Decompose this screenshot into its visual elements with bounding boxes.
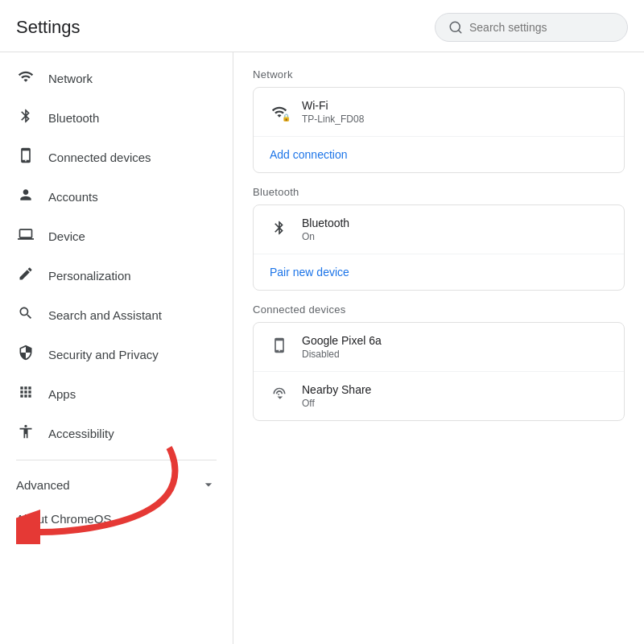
sidebar-item-bluetooth[interactable]: Bluetooth xyxy=(0,98,226,138)
sidebar: Network Bluetooth Connected devices Acco… xyxy=(0,52,233,644)
sidebar-security-label: Security and Privacy xyxy=(48,348,159,361)
bluetooth-item-title: Bluetooth xyxy=(302,217,608,229)
connected-devices-section-title: Connected devices xyxy=(253,303,625,316)
sidebar-item-accessibility[interactable]: Accessibility xyxy=(0,414,226,453)
chevron-down-icon xyxy=(200,477,217,493)
sidebar-network-label: Network xyxy=(48,72,93,85)
sidebar-item-accounts[interactable]: Accounts xyxy=(0,177,226,217)
apps-icon xyxy=(16,384,35,404)
shield-icon xyxy=(16,345,35,365)
about-label: About ChromeOS xyxy=(16,512,111,526)
sidebar-item-security-and-privacy[interactable]: Security and Privacy xyxy=(0,335,226,374)
bluetooth-icon xyxy=(16,108,35,128)
main-layout: Network Bluetooth Connected devices Acco… xyxy=(0,52,644,644)
search-input[interactable] xyxy=(469,21,614,34)
network-card: 🔒 Wi-Fi TP-Link_FD08 Add connection xyxy=(253,87,625,173)
person-icon xyxy=(16,187,35,207)
sidebar-advanced[interactable]: Advanced xyxy=(0,467,233,502)
sidebar-personalization-label: Personalization xyxy=(48,269,131,283)
wifi-title: Wi-Fi xyxy=(302,99,608,112)
sidebar-search-label: Search and Assistant xyxy=(48,308,162,322)
bluetooth-item-subtitle: On xyxy=(302,231,608,242)
add-connection-link[interactable]: Add connection xyxy=(254,137,624,172)
sidebar-item-network[interactable]: Network xyxy=(0,59,226,98)
bluetooth-item[interactable]: Bluetooth On xyxy=(254,205,624,254)
wifi-subtitle: TP-Link_FD08 xyxy=(302,114,608,125)
sidebar-item-personalization[interactable]: Personalization xyxy=(0,256,226,295)
google-pixel-title: Google Pixel 6a xyxy=(302,334,608,347)
sidebar-apps-label: Apps xyxy=(48,387,76,401)
sidebar-device-label: Device xyxy=(48,229,85,243)
nearby-share-subtitle: Off xyxy=(302,398,608,409)
page-title: Settings xyxy=(16,17,80,38)
pair-new-device-link[interactable]: Pair new device xyxy=(254,254,624,290)
sidebar-item-search-and-assistant[interactable]: Search and Assistant xyxy=(0,295,226,335)
sidebar-divider xyxy=(16,460,217,460)
network-section-title: Network xyxy=(253,68,625,80)
wifi-with-lock-icon: 🔒 xyxy=(270,102,289,122)
google-pixel-subtitle: Disabled xyxy=(302,349,608,360)
phone-icon xyxy=(270,337,289,357)
nearby-share-title: Nearby Share xyxy=(302,383,608,396)
wifi-icon xyxy=(16,68,35,89)
bluetooth-item-icon xyxy=(270,220,289,240)
sidebar-accessibility-label: Accessibility xyxy=(48,427,114,440)
bluetooth-section-title: Bluetooth xyxy=(253,186,625,198)
google-pixel-text: Google Pixel 6a Disabled xyxy=(302,334,608,360)
connected-devices-card: Google Pixel 6a Disabled Nearby Share Of… xyxy=(253,322,625,421)
search-magnify-icon xyxy=(16,305,35,325)
laptop-icon xyxy=(16,226,35,246)
google-pixel-item[interactable]: Google Pixel 6a Disabled xyxy=(254,323,624,372)
wifi-text: Wi-Fi TP-Link_FD08 xyxy=(302,99,608,125)
edit-icon xyxy=(16,266,35,286)
search-bar[interactable] xyxy=(435,13,628,42)
nearby-share-item[interactable]: Nearby Share Off xyxy=(254,372,624,420)
sidebar-bluetooth-label: Bluetooth xyxy=(48,111,99,125)
sidebar-item-apps[interactable]: Apps xyxy=(0,374,226,414)
accessibility-icon xyxy=(16,423,35,444)
wifi-lock-badge: 🔒 xyxy=(282,114,291,122)
header: Settings xyxy=(0,0,644,52)
content-area: Network 🔒 Wi-Fi TP-Link_FD08 Add connect… xyxy=(233,52,644,644)
sidebar-connected-devices-label: Connected devices xyxy=(48,151,151,164)
nearby-share-text: Nearby Share Off xyxy=(302,383,608,409)
pair-new-device-label: Pair new device xyxy=(270,266,349,279)
nearby-share-icon xyxy=(270,386,289,407)
wifi-item[interactable]: 🔒 Wi-Fi TP-Link_FD08 xyxy=(254,88,624,137)
svg-line-1 xyxy=(458,30,460,32)
sidebar-item-connected-devices[interactable]: Connected devices xyxy=(0,138,226,177)
sidebar-about[interactable]: About ChromeOS xyxy=(0,502,233,535)
bluetooth-item-text: Bluetooth On xyxy=(302,217,608,242)
advanced-label: Advanced xyxy=(16,478,70,492)
bluetooth-card: Bluetooth On Pair new device xyxy=(253,204,625,291)
add-connection-label: Add connection xyxy=(270,148,348,161)
devices-icon xyxy=(16,147,35,167)
sidebar-item-device[interactable]: Device xyxy=(0,217,226,256)
search-icon xyxy=(448,20,463,35)
sidebar-accounts-label: Accounts xyxy=(48,190,98,204)
